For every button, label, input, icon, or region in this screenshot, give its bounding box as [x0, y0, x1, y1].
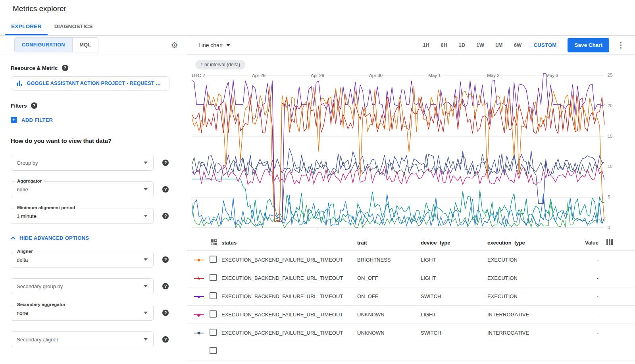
- add-filter-label: ADD FILTER: [21, 117, 53, 123]
- resource-metric-value: GOOGLE ASSISTANT ACTION PROJECT - REQUES…: [27, 81, 164, 86]
- cell-device-type: LIGHT: [421, 312, 487, 318]
- time-range-1d[interactable]: 1D: [458, 42, 465, 48]
- form-field-secondary-aggregator: Secondary aggregatornone?: [11, 305, 177, 321]
- cell-device-type: SWITCH: [421, 330, 487, 336]
- configuration-mode-button[interactable]: CONFIGURATION: [15, 38, 72, 52]
- x-tick-label: Apr 28: [252, 73, 266, 78]
- resource-metric-button[interactable]: GOOGLE ASSISTANT ACTION PROJECT - REQUES…: [11, 76, 169, 91]
- help-icon[interactable]: ?: [31, 102, 37, 109]
- hide-advanced-options-button[interactable]: HIDE ADVANCED OPTIONS: [11, 235, 89, 241]
- cell-value: -: [579, 330, 606, 336]
- row-checkbox[interactable]: [210, 310, 217, 318]
- x-axis-labels: UTC-7Apr 28Apr 29Apr 30May 1May 2May 3: [192, 73, 604, 79]
- add-filter-button[interactable]: + ADD FILTER: [11, 117, 53, 123]
- help-icon[interactable]: ?: [162, 160, 169, 166]
- help-icon[interactable]: ?: [162, 186, 169, 193]
- cell-trait: BRIGHTNESS: [357, 257, 421, 263]
- config-panel-header: CONFIGURATION MQL ⚙: [0, 36, 187, 54]
- column-header-device-type[interactable]: device_type: [421, 240, 487, 246]
- dropdown-aggregator[interactable]: Aggregatornone: [11, 181, 154, 197]
- chart-type-dropdown[interactable]: Line chart: [198, 42, 230, 48]
- configuration-panel: CONFIGURATION MQL ⚙ Resource & Metric ?: [0, 36, 187, 364]
- cell-device-type: LIGHT: [421, 275, 487, 281]
- y-tick-label: 10: [608, 164, 612, 169]
- series-table: status trait device_type execution_type …: [187, 235, 635, 364]
- cell-trait: UNKNOWN: [357, 330, 421, 336]
- resource-metric-label: Resource & Metric: [11, 65, 58, 71]
- dropdown-secondary-aligner[interactable]: Secondary aligner: [11, 331, 154, 347]
- column-header-value[interactable]: Value: [579, 240, 606, 246]
- series-marker-triangle: ▲: [194, 294, 204, 299]
- time-range-1w[interactable]: 1W: [476, 42, 484, 48]
- fields-advanced: Alignerdelta?Secondary group by?Secondar…: [11, 252, 177, 347]
- row-checkbox[interactable]: [210, 329, 217, 336]
- row-checkbox[interactable]: [210, 256, 217, 263]
- y-tick-label: 20: [608, 103, 612, 108]
- time-range-6w[interactable]: 6W: [514, 42, 522, 48]
- help-icon[interactable]: ?: [162, 310, 169, 316]
- tab-explorer[interactable]: EXPLORER: [5, 17, 48, 35]
- help-icon[interactable]: ?: [162, 283, 169, 289]
- tab-diagnostics-label: DIAGNOSTICS: [54, 23, 93, 29]
- column-header-status[interactable]: status: [221, 240, 357, 246]
- table-row: [187, 342, 635, 360]
- save-chart-button[interactable]: Save Chart: [568, 38, 609, 52]
- dropdown-aligner[interactable]: Alignerdelta: [11, 252, 154, 268]
- chevron-down-icon: [144, 215, 148, 217]
- custom-range-button[interactable]: CUSTOM: [534, 42, 557, 48]
- column-header-trait[interactable]: trait: [357, 240, 421, 246]
- time-range-1h[interactable]: 1H: [423, 42, 429, 48]
- help-icon[interactable]: ?: [162, 213, 169, 219]
- mql-mode-button[interactable]: MQL: [72, 38, 98, 52]
- dropdown-group-by[interactable]: Group by: [11, 155, 154, 171]
- cell-value: -: [579, 312, 606, 318]
- dropdown-secondary-group-by[interactable]: Secondary group by: [11, 278, 154, 294]
- cell-status: EXECUTION_BACKEND_FAILURE_URL_TIMEOUT: [221, 293, 357, 299]
- field-value: none: [17, 187, 28, 193]
- cell-status: EXECUTION_BACKEND_FAILURE_URL_TIMEOUT: [221, 330, 357, 336]
- chevron-down-icon: [144, 285, 148, 287]
- series-marker-x: ✖: [194, 330, 204, 336]
- fields-top: Group by?Aggregatornone?Minimum alignmen…: [11, 155, 177, 224]
- row-checkbox[interactable]: [210, 292, 217, 299]
- cell-execution-type: EXECUTION: [487, 293, 579, 299]
- table-row: ✖EXECUTION_BACKEND_FAILURE_URL_TIMEOUTUN…: [187, 324, 635, 342]
- cell-trait: ON_OFF: [357, 293, 421, 299]
- field-placeholder: Secondary aligner: [17, 337, 58, 343]
- time-range-6h[interactable]: 6H: [441, 42, 447, 48]
- help-icon[interactable]: ?: [62, 65, 68, 71]
- settings-gear-icon[interactable]: ⚙: [171, 41, 178, 49]
- help-icon[interactable]: ?: [162, 256, 169, 263]
- chart-area: 1 hr interval (delta) 0510152025 UTC-7Ap…: [187, 55, 635, 235]
- field-value: none: [17, 310, 28, 316]
- main-content: CONFIGURATION MQL ⚙ Resource & Metric ?: [0, 36, 635, 364]
- field-label: Minimum alignment period: [15, 205, 77, 210]
- dropdown-secondary-aggregator[interactable]: Secondary aggregatornone: [11, 305, 154, 321]
- interval-chip: 1 hr interval (delta): [195, 60, 245, 69]
- form-field-minimum-alignment-period: Minimum alignment period1 minute?: [11, 208, 177, 224]
- line-chart[interactable]: [192, 73, 604, 230]
- chart-panel: Line chart 1H6H1D1W1M6W CUSTOM Save Char…: [187, 36, 635, 364]
- tab-diagnostics[interactable]: DIAGNOSTICS: [48, 17, 99, 35]
- chevron-up-icon: [11, 237, 15, 240]
- chart-toolbar: Line chart 1H6H1D1W1M6W CUSTOM Save Char…: [187, 36, 635, 55]
- columns-icon[interactable]: [606, 239, 613, 246]
- chevron-down-icon: [144, 162, 148, 164]
- time-range-1m[interactable]: 1M: [495, 42, 502, 48]
- help-icon[interactable]: ?: [162, 336, 169, 343]
- time-range-group: 1H6H1D1W1M6W: [423, 42, 521, 48]
- row-checkbox[interactable]: [210, 347, 217, 354]
- view-data-question: How do you want to view that data?: [11, 137, 177, 144]
- more-options-icon[interactable]: ⋮: [616, 40, 626, 50]
- resource-metric-section-label: Resource & Metric ?: [11, 65, 177, 71]
- column-header-execution-type[interactable]: execution_type: [487, 240, 579, 246]
- chevron-down-icon: [144, 312, 148, 314]
- row-checkbox[interactable]: [210, 274, 217, 281]
- legend-grid-icon[interactable]: [211, 239, 217, 245]
- field-value: delta: [17, 257, 28, 263]
- dropdown-minimum-alignment-period[interactable]: Minimum alignment period1 minute: [11, 208, 154, 224]
- form-field-aggregator: Aggregatornone?: [11, 181, 177, 197]
- legend-toggle-cell: [208, 239, 221, 247]
- table-row: ◆EXECUTION_BACKEND_FAILURE_URL_TIMEOUTUN…: [187, 306, 635, 324]
- y-tick-label: 5: [608, 195, 610, 199]
